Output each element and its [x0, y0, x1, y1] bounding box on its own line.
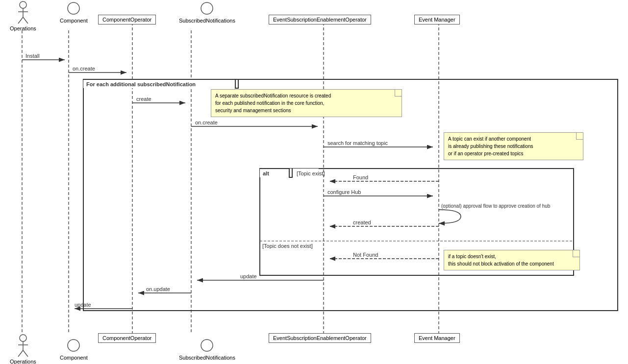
lifeline-eventmgr-top: Event Manager: [414, 15, 460, 24]
svg-rect-8: [83, 79, 235, 88]
msg-approval-label: (optional) approval flow to approve crea…: [441, 203, 551, 209]
svg-point-30: [201, 2, 213, 14]
actor-component-bottom: Component: [60, 338, 88, 361]
msg-onupdate-label: on.update: [146, 286, 170, 292]
actor-operations-bottom-label: Operations: [10, 359, 36, 364]
msg-search-label: search for matching topic: [327, 140, 388, 146]
msg-found-label: Found: [353, 174, 368, 180]
actor-subscribednotif-top-label: SubscribedNotifications: [179, 18, 235, 24]
lifeline-eventmgr-bottom: Event Manager: [414, 333, 460, 343]
topic-exist-label: [Topic exist]: [297, 170, 325, 176]
svg-point-36: [68, 340, 79, 351]
actor-component-bottom-label: Component: [60, 355, 88, 361]
topic-not-exist-label: [Topic does not exist]: [262, 243, 313, 249]
actor-subscribednotif-top: SubscribedNotifications: [179, 1, 235, 24]
msg-notfound-label: Not Found: [353, 252, 378, 258]
svg-point-37: [201, 340, 213, 351]
msg-oncreate1-label: on.create: [73, 66, 95, 72]
svg-line-34: [18, 350, 23, 357]
diagram-svg: Install on.create create on.create searc…: [0, 0, 628, 364]
msg-create-label: create: [136, 96, 151, 102]
operations-figure-bottom: [16, 334, 30, 358]
msg-update1-label: update: [240, 273, 257, 279]
diagram-container: Install on.create create on.create searc…: [0, 0, 628, 364]
svg-line-28: [23, 17, 28, 24]
svg-line-35: [23, 350, 28, 357]
lifeline-componentoperator-bottom: ComponentOperator: [98, 333, 156, 343]
subscribednotif-circle-bottom: [200, 338, 214, 354]
note-topic-exist: A topic can exist if another componentis…: [444, 132, 583, 160]
msg-oncreate2-label: on.create: [195, 120, 218, 125]
frame-foreach-label: For each additional subscribedNotificati…: [86, 81, 196, 87]
lifeline-eventsub-top: EventSubscriptionEnablementOperator: [269, 15, 371, 24]
component-circle-top: [66, 1, 81, 17]
msg-created-label: created: [353, 219, 371, 225]
actor-operations-top: Operations: [10, 1, 36, 31]
actor-component-top-label: Component: [60, 18, 88, 24]
msg-configurehub-label: configure Hub: [327, 189, 361, 195]
msg-update2-label: update: [75, 302, 91, 308]
svg-point-31: [20, 335, 26, 341]
svg-point-29: [68, 2, 79, 14]
actor-operations-top-label: Operations: [10, 25, 36, 31]
note-topic-not-exist: if a topic doesn't exist,this should not…: [444, 250, 580, 270]
subscribednotif-circle-top: [200, 1, 214, 17]
component-circle-bottom: [66, 338, 81, 354]
svg-line-27: [18, 17, 23, 24]
msg-install-label: Install: [25, 53, 40, 59]
actor-subscribednotif-bottom-label: SubscribedNotifications: [179, 355, 235, 361]
lifeline-eventsub-bottom: EventSubscriptionEnablementOperator: [269, 333, 371, 343]
lifeline-componentoperator-top: ComponentOperator: [98, 15, 156, 24]
operations-figure-top: [16, 1, 30, 24]
actor-subscribednotif-bottom: SubscribedNotifications: [179, 338, 235, 361]
note-subscribed-notif: A separate subscribedNotification resour…: [211, 89, 402, 117]
frame-alt-label: alt: [263, 170, 269, 176]
svg-rect-10: [260, 169, 319, 177]
actor-component-top: Component: [60, 1, 88, 24]
svg-point-24: [20, 1, 26, 8]
actor-operations-bottom: Operations: [10, 334, 36, 364]
